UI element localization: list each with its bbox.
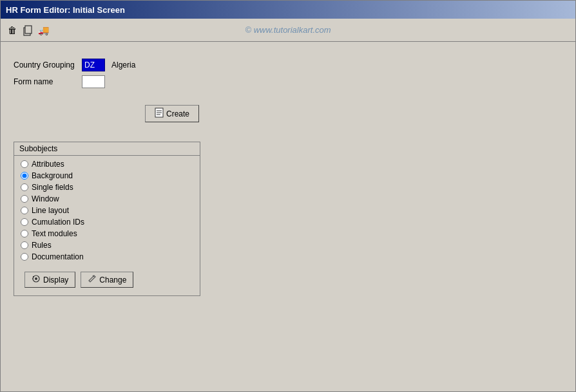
copy-icon[interactable] [21,24,34,37]
country-grouping-row: Country Grouping Algeria [14,59,562,71]
title-bar: HR Form Editor: Initial Screen [1,1,575,19]
list-item: Documentation [21,252,193,261]
window-label: Window [32,194,59,203]
watermark: © www.tutorialkart.com [245,25,331,35]
cumulation-ids-radio[interactable] [21,218,28,226]
list-item: Rules [21,241,193,250]
svg-point-7 [35,277,37,280]
cumulation-ids-label: Cumulation IDs [32,218,84,227]
main-window: HR Form Editor: Initial Screen 🗑 🚚 © www… [0,0,576,392]
attributes-label: Attributes [32,160,64,169]
list-item: Window [21,194,193,203]
list-item: Single fields [21,183,193,192]
display-button[interactable]: Display [24,272,75,288]
toolbar: 🗑 🚚 © www.tutorialkart.com [1,19,575,42]
create-button-label: Create [166,109,189,118]
create-icon [155,107,164,120]
country-grouping-label: Country Grouping [14,61,78,70]
subobjects-panel: Subobjects Attributes Background Single … [14,142,200,296]
line-layout-label: Line layout [32,206,69,215]
rules-label: Rules [32,241,52,250]
form-name-input[interactable] [82,75,105,88]
change-icon [88,274,97,285]
single-fields-label: Single fields [32,183,73,192]
truck-icon[interactable]: 🚚 [37,24,50,37]
documentation-label: Documentation [32,252,84,261]
bottom-buttons: Display Change [21,268,193,292]
attributes-radio[interactable] [21,160,28,168]
text-modules-radio[interactable] [21,230,28,238]
list-item: Line layout [21,206,193,215]
documentation-radio[interactable] [21,253,28,261]
change-button-label: Change [99,275,126,285]
country-name: Algeria [111,61,135,70]
background-radio[interactable] [21,172,28,180]
create-button[interactable]: Create [145,105,199,122]
single-fields-radio[interactable] [21,183,28,191]
window-radio[interactable] [21,195,28,203]
list-item: Background [21,171,193,180]
text-modules-label: Text modules [32,229,77,238]
display-icon [32,274,41,285]
change-button[interactable]: Change [81,272,133,288]
display-button-label: Display [43,275,68,285]
rules-radio[interactable] [21,241,28,249]
window-title: HR Form Editor: Initial Screen [6,5,125,15]
form-section: Country Grouping Algeria Form name Creat… [14,52,562,129]
background-label: Background [32,171,73,180]
list-item: Text modules [21,229,193,238]
list-item: Cumulation IDs [21,218,193,227]
form-name-row: Form name [14,75,562,88]
country-grouping-input[interactable] [82,59,105,71]
subobjects-content: Attributes Background Single fields Wind… [14,156,200,295]
main-content: Country Grouping Algeria Form name Creat… [1,42,575,391]
form-name-label: Form name [14,77,78,86]
subobjects-title: Subobjects [14,142,200,156]
line-layout-radio[interactable] [21,207,28,214]
delete-icon[interactable]: 🗑 [6,24,19,37]
svg-rect-1 [25,26,32,33]
list-item: Attributes [21,160,193,169]
